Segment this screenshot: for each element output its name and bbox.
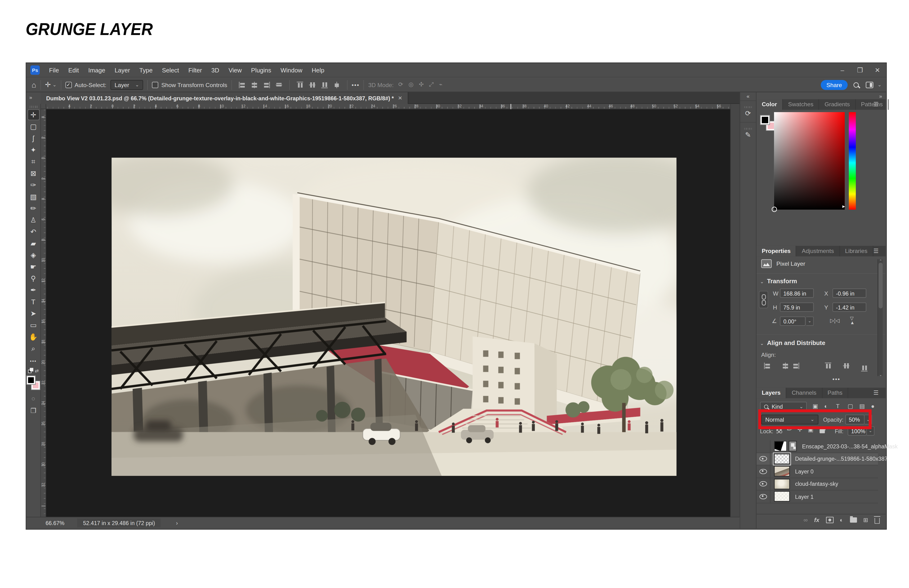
3d-mode-icon-4[interactable]: ⤢ [429,81,433,88]
move-tool-icon[interactable]: ✛ [45,81,51,89]
layer-row[interactable]: Layer 0 [757,465,878,478]
lock-artboard-icon[interactable]: ▣ [808,426,814,433]
width-input[interactable]: 168.86 in [780,288,814,298]
screen-mode-icon[interactable]: ❐ [27,407,40,415]
chevron-down-icon[interactable]: ⌄ [864,415,872,425]
layer-filter-icon-3[interactable]: T [836,403,839,409]
3d-mode-icon-3[interactable]: ✣ [419,81,424,88]
chevron-down-icon[interactable]: ⌄ [878,82,882,87]
color-field-marker[interactable] [772,207,777,212]
x-input[interactable]: -0.96 in [833,288,866,298]
tab-adjustments[interactable]: Adjustments [797,246,840,256]
show-transform-checkbox[interactable] [152,81,159,88]
tab-layers[interactable]: Layers [757,388,786,398]
link-layers-icon[interactable]: ∞ [804,517,808,523]
blend-mode-dropdown[interactable]: Normal⌄ [761,415,818,425]
menu-3d[interactable]: 3D [207,63,224,78]
smudge-tool[interactable]: ☛ [27,261,40,272]
menu-layer[interactable]: Layer [110,63,134,78]
layer-visibility-eye[interactable] [757,478,770,490]
eyedropper-tool[interactable]: ✑ [27,179,40,191]
ruler-corner[interactable] [41,104,46,109]
distribute-vertical-icon[interactable] [333,81,340,89]
foreground-color-swatch[interactable] [760,116,769,124]
tab-channels[interactable]: Channels [786,388,822,398]
canvas-gutter[interactable] [730,104,739,528]
menu-type[interactable]: Type [135,63,157,78]
brush-tool[interactable]: ✏ [27,202,40,214]
zoom-level[interactable]: 66.67% [45,520,65,526]
hue-slider[interactable] [849,112,856,210]
tab-patterns[interactable]: Patterns [856,99,889,110]
zoom-tool[interactable]: ⌕ [27,343,40,354]
layer-visibility-empty[interactable] [757,440,770,452]
collapse-panels-icon[interactable]: « [740,92,756,100]
layer-filter-icon-6[interactable]: ● [871,403,875,409]
y-input[interactable]: -1.42 in [833,302,866,312]
layer-thumbnail[interactable] [774,479,790,489]
quick-mask-icon[interactable]: ◌ [27,396,40,402]
layer-visibility-eye[interactable] [757,453,770,465]
menu-select[interactable]: Select [157,63,184,78]
align-right-icon[interactable] [263,81,270,89]
layer-filter-icon-2[interactable]: ◐ [824,403,828,409]
clone-stamp-tool[interactable]: ♙ [27,214,40,226]
lock-transparent-icon[interactable] [776,427,782,433]
marquee-tool[interactable]: ▢ [27,121,40,132]
path-select-tool[interactable]: ➤ [27,308,40,319]
document-tab[interactable]: Dumbo View V2 03.01.23.psd @ 66.7% (Deta… [41,92,408,104]
brush-settings-panel-icon[interactable]: ✎ [740,122,756,144]
layer-thumbnail[interactable] [774,454,790,464]
menu-view[interactable]: View [224,63,246,78]
menu-filter[interactable]: Filter [184,63,207,78]
align-bottom-icon[interactable] [321,81,328,89]
menu-window[interactable]: Window [276,63,307,78]
new-layer-icon[interactable]: ⊞ [863,517,868,523]
document-image[interactable] [112,158,676,476]
distribute-horizontal-icon[interactable] [275,81,283,89]
tab-libraries[interactable]: Libraries [839,246,873,256]
history-panel-icon[interactable]: ⟳ [740,100,756,122]
align-left-icon[interactable] [238,81,246,89]
saturation-brightness-field[interactable] [774,112,845,210]
close-button[interactable]: ✕ [869,63,886,78]
layer-filter-icon-4[interactable]: ▢ [848,403,853,409]
layer-mask-thumbnail[interactable] [774,441,787,451]
toolbar-grip[interactable] [29,106,37,108]
layer-row[interactable]: cloud-fantasy-sky [757,478,878,491]
panel-menu-icon[interactable]: ☰ [873,99,883,110]
panel-menu-icon[interactable]: ☰ [873,388,883,398]
layer-thumbnail[interactable] [774,466,790,477]
layer-filter-dropdown[interactable]: Kind ⌄ [760,402,807,411]
new-group-icon[interactable] [850,517,857,522]
layer-mask2-thumbnail[interactable] [789,441,797,451]
3d-mode-icon-5[interactable]: ⌁ [439,81,442,88]
chevron-down-icon[interactable]: ⌄ [760,279,764,284]
tab-properties[interactable]: Properties [757,246,797,256]
minimize-button[interactable]: – [834,63,851,78]
share-button[interactable]: Share [820,80,848,90]
status-chevron-icon[interactable]: › [176,520,178,526]
flip-vertical-icon[interactable]: ▽▲ [850,317,856,325]
chevron-down-icon[interactable]: ⌄ [806,317,814,326]
chevron-down-icon[interactable]: ⌄ [53,82,57,87]
search-icon[interactable] [854,82,859,87]
rectangle-tool[interactable]: ▭ [27,320,40,331]
lasso-tool[interactable]: ʃ [27,132,40,144]
lock-all-icon[interactable] [820,429,825,433]
adjustment-layer-icon[interactable]: ◐ [840,517,843,523]
align-more-icon[interactable]: ••• [833,376,840,382]
type-tool[interactable]: T [27,296,40,307]
eraser-tool[interactable]: ▰ [27,237,40,249]
delete-layer-icon[interactable] [875,518,880,523]
healing-brush-tool[interactable]: ▧ [27,191,40,202]
home-icon[interactable]: ⌂ [31,80,36,89]
tab-color[interactable]: Color [757,99,783,110]
layer-visibility-eye[interactable] [757,491,770,502]
move-tool[interactable]: ✛ [27,109,40,120]
chevron-down-icon[interactable]: ⌄ [867,426,875,435]
gradient-tool[interactable]: ◈ [27,249,40,260]
ruler-horizontal[interactable]: 4202468101214161820222426283032343638404… [46,104,730,109]
lock-position-icon[interactable]: ✛ [797,426,802,433]
layer-visibility-eye[interactable] [757,465,770,478]
